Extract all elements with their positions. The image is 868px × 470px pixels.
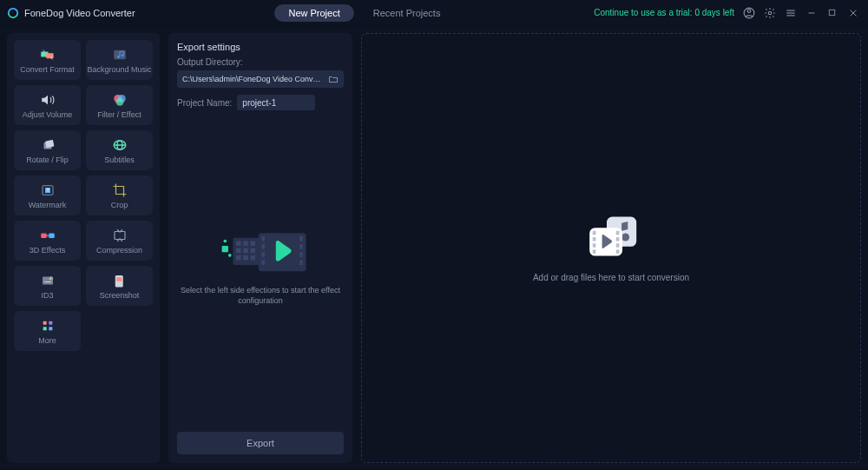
svg-rect-30: [46, 235, 48, 236]
sidebar-item-label: 3D Effects: [30, 247, 65, 255]
close-button[interactable]: [847, 7, 859, 19]
subtitles-icon: [112, 137, 128, 153]
svg-rect-73: [616, 249, 620, 254]
svg-rect-66: [593, 231, 596, 235]
sidebar-item-label: ID3: [41, 292, 53, 300]
rotate-icon: [40, 137, 56, 153]
drop-zone[interactable]: Add or drag files here to start conversi…: [361, 33, 861, 463]
sidebar-item-subtitles[interactable]: Subtitles: [86, 130, 153, 170]
convert-icon: [40, 47, 56, 63]
id3-icon: [40, 273, 56, 288]
sidebar-item-label: Compression: [96, 247, 142, 255]
svg-point-2: [747, 9, 751, 11]
svg-rect-59: [299, 236, 303, 241]
sidebar-item-label: Subtitles: [104, 156, 135, 164]
project-name-label: Project Name:: [177, 98, 232, 108]
svg-rect-9: [830, 10, 835, 15]
3d-glasses-icon: [40, 228, 56, 243]
sidebar-item-label: Rotate / Flip: [26, 156, 69, 164]
svg-rect-36: [116, 277, 122, 281]
settings-hint-text: Select the left side effections to start…: [168, 286, 352, 306]
screenshot-icon: [112, 273, 128, 288]
sidebar-item-filter-effect[interactable]: Filter / Effect: [86, 85, 153, 125]
sidebar-item-background-music[interactable]: Background Music: [86, 40, 153, 80]
svg-point-53: [228, 254, 232, 257]
tab-new-project[interactable]: New Project: [274, 4, 353, 22]
gear-icon[interactable]: [764, 7, 776, 19]
sidebar-item-label: Filter / Effect: [97, 111, 141, 119]
sidebar-item-screenshot[interactable]: Screenshot: [86, 266, 153, 306]
svg-rect-44: [251, 242, 255, 246]
project-name-input[interactable]: [237, 95, 315, 110]
trial-status[interactable]: Continue to use as a trial: 0 days left: [594, 8, 734, 17]
filter-icon: [112, 92, 128, 108]
sidebar-item-3d-effects[interactable]: 3D Effects: [14, 221, 81, 261]
sidebar-item-id3[interactable]: ID3: [14, 266, 81, 306]
minimize-button[interactable]: [806, 7, 818, 19]
sidebar-item-rotate-flip[interactable]: Rotate / Flip: [14, 130, 81, 170]
maximize-button[interactable]: [826, 7, 838, 19]
svg-point-52: [223, 240, 227, 243]
export-settings-title: Export settings: [168, 33, 352, 56]
export-button[interactable]: Export: [177, 432, 344, 454]
main-wrap: Convert Format Background Music: [0, 26, 868, 470]
sidebar-item-adjust-volume[interactable]: Adjust Volume: [14, 85, 81, 125]
brand-logo-icon: [7, 7, 19, 19]
title-bar: FoneDog Video Converter New Project Rece…: [0, 0, 868, 26]
title-bar-right: Continue to use as a trial: 0 days left: [594, 7, 859, 19]
svg-rect-43: [243, 242, 247, 246]
browse-folder-icon[interactable]: [328, 74, 339, 84]
svg-rect-40: [49, 327, 52, 330]
output-directory-value: C:\Users\admin\FoneDog Video Converter\C…: [182, 75, 323, 83]
sidebar-item-label: Background Music: [87, 66, 151, 74]
menu-icon[interactable]: [785, 7, 797, 19]
sidebar-item-label: Convert Format: [20, 66, 75, 74]
settings-illustration: Select the left side effections to start…: [168, 110, 352, 423]
svg-rect-69: [593, 249, 596, 254]
svg-rect-70: [616, 231, 620, 235]
export-row: Export: [168, 423, 352, 463]
svg-rect-51: [222, 246, 228, 252]
account-icon[interactable]: [743, 7, 755, 19]
svg-rect-62: [299, 261, 303, 265]
export-settings-panel: Export settings Output Directory: C:\Use…: [168, 33, 352, 463]
svg-rect-71: [616, 237, 620, 242]
svg-rect-50: [251, 255, 255, 260]
brand: FoneDog Video Converter: [7, 7, 135, 19]
sidebar-item-label: Crop: [111, 202, 128, 209]
svg-point-64: [621, 234, 629, 242]
sidebar-item-convert-format[interactable]: Convert Format: [14, 40, 81, 80]
watermark-icon: T: [40, 182, 56, 198]
svg-rect-45: [236, 248, 240, 253]
svg-rect-13: [46, 53, 53, 58]
sidebar-item-crop[interactable]: Crop: [86, 175, 153, 215]
svg-rect-38: [49, 321, 52, 324]
svg-rect-61: [299, 253, 303, 257]
svg-rect-58: [261, 261, 265, 265]
svg-rect-55: [261, 236, 265, 241]
svg-rect-29: [49, 233, 55, 237]
main-tabs: New Project Recent Projects: [274, 4, 454, 22]
svg-rect-39: [43, 327, 46, 330]
svg-text:T: T: [46, 188, 49, 193]
svg-rect-67: [593, 237, 596, 242]
output-directory-label: Output Directory:: [168, 56, 352, 70]
svg-rect-57: [261, 253, 265, 257]
sidebar-item-label: More: [38, 337, 56, 345]
svg-rect-46: [243, 248, 247, 253]
sidebar-item-watermark[interactable]: T Watermark: [14, 175, 81, 215]
crop-icon: [112, 182, 128, 198]
svg-rect-42: [236, 242, 240, 246]
tab-recent-projects[interactable]: Recent Projects: [359, 4, 455, 22]
svg-rect-37: [43, 321, 46, 324]
sidebar-grid: Convert Format Background Music: [14, 40, 153, 351]
volume-icon: [40, 92, 56, 108]
sidebar-item-more[interactable]: More: [14, 311, 81, 351]
sidebar-item-compression[interactable]: Compression: [86, 221, 153, 261]
music-icon: [112, 47, 128, 63]
drop-zone-text: Add or drag files here to start conversi…: [533, 273, 689, 282]
svg-rect-72: [616, 243, 620, 248]
svg-point-4: [768, 11, 772, 15]
sidebar-item-label: Adjust Volume: [23, 111, 73, 119]
sidebar: Convert Format Background Music: [7, 33, 160, 463]
